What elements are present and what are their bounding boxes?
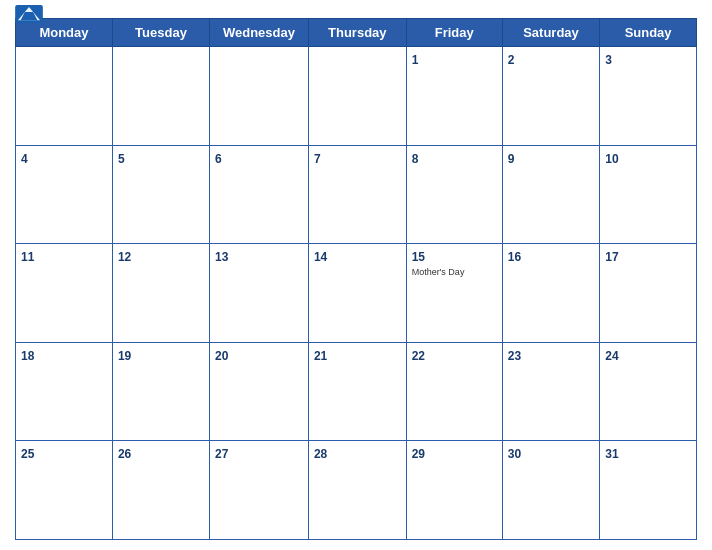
- day-number: 16: [508, 250, 521, 264]
- weekday-header-friday: Friday: [406, 19, 502, 47]
- day-number: 1: [412, 53, 419, 67]
- calendar-cell: 28: [308, 441, 406, 540]
- weekday-header-saturday: Saturday: [502, 19, 599, 47]
- day-number: 17: [605, 250, 618, 264]
- day-number: 6: [215, 152, 222, 166]
- day-number: 30: [508, 447, 521, 461]
- calendar-cell: 2: [502, 47, 599, 146]
- calendar-cell: 20: [210, 342, 309, 441]
- day-number: 21: [314, 349, 327, 363]
- day-number: 5: [118, 152, 125, 166]
- calendar-cell: 11: [16, 244, 113, 343]
- calendar-cell: 29: [406, 441, 502, 540]
- calendar-cell: 9: [502, 145, 599, 244]
- calendar-cell: 8: [406, 145, 502, 244]
- calendar-cell: 26: [112, 441, 209, 540]
- calendar-table: MondayTuesdayWednesdayThursdayFridaySatu…: [15, 18, 697, 540]
- day-number: 8: [412, 152, 419, 166]
- calendar-cell: 6: [210, 145, 309, 244]
- weekday-header-wednesday: Wednesday: [210, 19, 309, 47]
- day-number: 23: [508, 349, 521, 363]
- calendar-cell: 16: [502, 244, 599, 343]
- calendar-cell: 14: [308, 244, 406, 343]
- logo: [15, 5, 43, 24]
- logo-icon: [15, 5, 43, 23]
- weekday-header-thursday: Thursday: [308, 19, 406, 47]
- calendar-week-5: 25262728293031: [16, 441, 697, 540]
- calendar-cell: [210, 47, 309, 146]
- calendar-week-2: 45678910: [16, 145, 697, 244]
- event-label: Mother's Day: [412, 267, 497, 277]
- calendar-cell: 3: [600, 47, 697, 146]
- calendar-week-1: 123: [16, 47, 697, 146]
- calendar-cell: 7: [308, 145, 406, 244]
- calendar-cell: 12: [112, 244, 209, 343]
- calendar-cell: 1: [406, 47, 502, 146]
- day-number: 11: [21, 250, 34, 264]
- day-number: 3: [605, 53, 612, 67]
- day-number: 9: [508, 152, 515, 166]
- day-number: 29: [412, 447, 425, 461]
- weekday-header-row: MondayTuesdayWednesdayThursdayFridaySatu…: [16, 19, 697, 47]
- day-number: 22: [412, 349, 425, 363]
- day-number: 10: [605, 152, 618, 166]
- day-number: 27: [215, 447, 228, 461]
- calendar-cell: [308, 47, 406, 146]
- calendar-cell: 5: [112, 145, 209, 244]
- calendar-cell: 27: [210, 441, 309, 540]
- calendar-week-3: 1112131415Mother's Day1617: [16, 244, 697, 343]
- calendar-cell: 24: [600, 342, 697, 441]
- calendar-cell: 17: [600, 244, 697, 343]
- day-number: 25: [21, 447, 34, 461]
- day-number: 2: [508, 53, 515, 67]
- day-number: 7: [314, 152, 321, 166]
- day-number: 4: [21, 152, 28, 166]
- day-number: 18: [21, 349, 34, 363]
- calendar-cell: 13: [210, 244, 309, 343]
- calendar-cell: 22: [406, 342, 502, 441]
- weekday-header-tuesday: Tuesday: [112, 19, 209, 47]
- calendar-cell: 19: [112, 342, 209, 441]
- calendar-cell: 21: [308, 342, 406, 441]
- calendar-cell: 23: [502, 342, 599, 441]
- calendar-cell: [112, 47, 209, 146]
- day-number: 15: [412, 250, 425, 264]
- calendar-week-4: 18192021222324: [16, 342, 697, 441]
- day-number: 19: [118, 349, 131, 363]
- calendar-cell: 15Mother's Day: [406, 244, 502, 343]
- calendar-cell: 18: [16, 342, 113, 441]
- calendar-cell: 10: [600, 145, 697, 244]
- day-number: 14: [314, 250, 327, 264]
- calendar-cell: 4: [16, 145, 113, 244]
- calendar-cell: [16, 47, 113, 146]
- weekday-header-sunday: Sunday: [600, 19, 697, 47]
- day-number: 28: [314, 447, 327, 461]
- day-number: 12: [118, 250, 131, 264]
- calendar-cell: 25: [16, 441, 113, 540]
- calendar-cell: 30: [502, 441, 599, 540]
- calendar-cell: 31: [600, 441, 697, 540]
- day-number: 26: [118, 447, 131, 461]
- day-number: 13: [215, 250, 228, 264]
- day-number: 24: [605, 349, 618, 363]
- day-number: 31: [605, 447, 618, 461]
- day-number: 20: [215, 349, 228, 363]
